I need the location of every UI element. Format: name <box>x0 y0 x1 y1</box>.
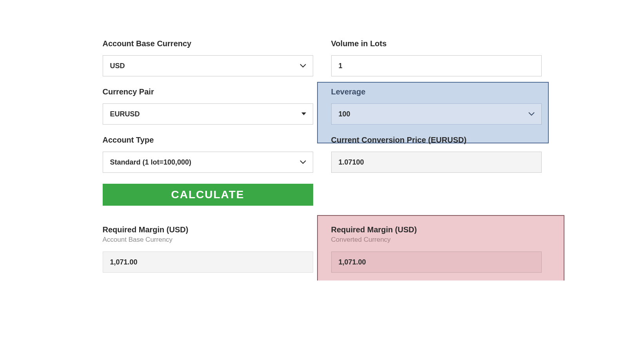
required-margin-base-label: Required Margin (USD) <box>103 225 313 234</box>
currency-pair-select[interactable]: EURUSD <box>103 103 313 125</box>
conversion-price-label: Current Conversion Price (EURUSD) <box>331 136 542 145</box>
required-margin-base-sublabel: Account Base Currency <box>103 236 313 244</box>
account-type-label: Account Type <box>103 136 313 145</box>
account-type-select[interactable]: Standard (1 lot=100,000) <box>103 152 313 173</box>
volume-in-lots-input[interactable]: 1 <box>331 55 542 76</box>
required-margin-converted-block: Required Margin (USD) Converted Currency… <box>331 225 542 281</box>
required-margin-base-block: Required Margin (USD) Account Base Curre… <box>103 225 313 281</box>
volume-in-lots-label: Volume in Lots <box>331 39 542 48</box>
account-type-field: Account Type Standard (1 lot=100,000) <box>103 136 313 173</box>
calculate-row: CALCULATE <box>103 184 313 206</box>
currency-pair-label: Currency Pair <box>103 87 313 96</box>
margin-calculator: Account Base Currency USD Volume in Lots… <box>103 39 542 281</box>
required-margin-converted-label: Required Margin (USD) <box>331 225 542 234</box>
volume-in-lots-field: Volume in Lots 1 <box>331 39 542 76</box>
account-base-currency-label: Account Base Currency <box>103 39 313 48</box>
account-base-currency-field: Account Base Currency USD <box>103 39 313 76</box>
conversion-price-field: Current Conversion Price (EURUSD) 1.0710… <box>331 136 542 173</box>
required-margin-converted-value: 1,071.00 <box>331 252 542 273</box>
required-margin-base-value: 1,071.00 <box>103 252 313 273</box>
leverage-label: Leverage <box>331 87 542 96</box>
account-base-currency-select[interactable]: USD <box>103 55 313 76</box>
currency-pair-field: Currency Pair EURUSD <box>103 87 313 125</box>
required-margin-converted-sublabel: Converted Currency <box>331 236 542 244</box>
conversion-price-value: 1.07100 <box>331 152 542 173</box>
leverage-select[interactable]: 100 <box>331 103 542 125</box>
calculate-button[interactable]: CALCULATE <box>103 184 313 206</box>
leverage-highlight-region: Leverage 100 <box>331 87 542 136</box>
